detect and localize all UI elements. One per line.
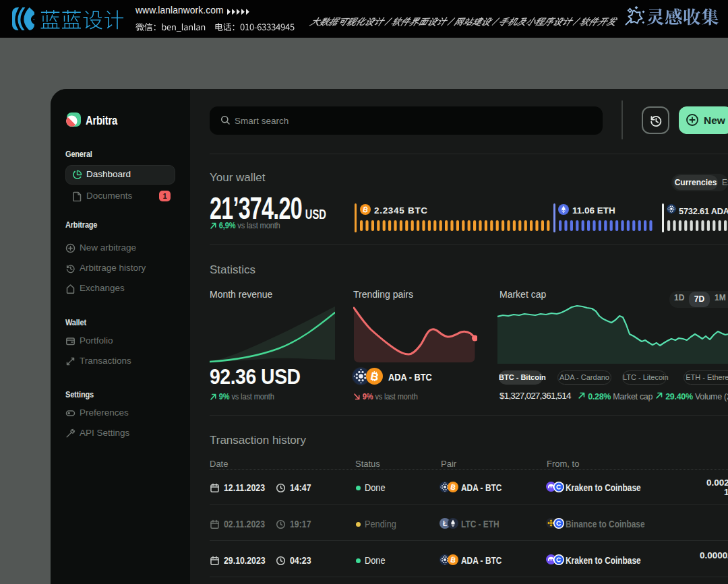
svg-text:Ł: Ł xyxy=(443,520,447,527)
